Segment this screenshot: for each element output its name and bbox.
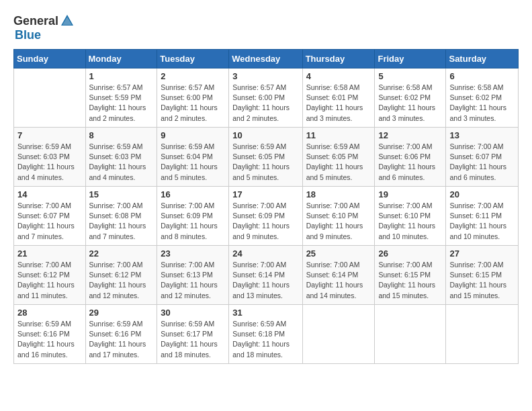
week-row-1: 1Sunrise: 6:57 AMSunset: 5:59 PMDaylight… <box>14 68 519 128</box>
day-number: 8 <box>89 130 154 140</box>
day-cell: 13Sunrise: 7:00 AMSunset: 6:07 PMDayligh… <box>446 128 519 187</box>
day-info: Sunrise: 6:59 AMSunset: 6:16 PMDaylight:… <box>17 319 82 360</box>
day-info: Sunrise: 7:00 AMSunset: 6:07 PMDaylight:… <box>449 142 515 183</box>
day-cell: 20Sunrise: 7:00 AMSunset: 6:11 PMDayligh… <box>446 187 519 246</box>
day-info: Sunrise: 7:00 AMSunset: 6:11 PMDaylight:… <box>449 201 515 242</box>
day-info: Sunrise: 7:00 AMSunset: 6:08 PMDaylight:… <box>89 201 154 242</box>
day-info: Sunrise: 6:57 AMSunset: 6:00 PMDaylight:… <box>161 83 225 124</box>
day-info: Sunrise: 7:00 AMSunset: 6:09 PMDaylight:… <box>161 201 225 242</box>
day-info: Sunrise: 7:00 AMSunset: 6:13 PMDaylight:… <box>161 260 225 301</box>
day-cell <box>446 305 519 364</box>
day-number: 4 <box>306 71 371 81</box>
day-number: 16 <box>161 189 225 199</box>
day-info: Sunrise: 7:00 AMSunset: 6:12 PMDaylight:… <box>17 260 82 301</box>
day-cell: 7Sunrise: 6:59 AMSunset: 6:03 PMDaylight… <box>14 128 86 187</box>
day-cell: 18Sunrise: 7:00 AMSunset: 6:10 PMDayligh… <box>302 187 375 246</box>
day-cell: 14Sunrise: 7:00 AMSunset: 6:07 PMDayligh… <box>14 187 86 246</box>
day-number: 23 <box>161 248 225 259</box>
day-number: 25 <box>306 248 371 259</box>
header-row: SundayMondayTuesdayWednesdayThursdayFrid… <box>14 50 519 68</box>
logo-general: General <box>13 14 58 28</box>
day-cell: 17Sunrise: 7:00 AMSunset: 6:09 PMDayligh… <box>229 187 302 246</box>
day-info: Sunrise: 7:00 AMSunset: 6:14 PMDaylight:… <box>232 260 298 301</box>
weekday-header-tuesday: Tuesday <box>157 50 229 68</box>
day-cell: 15Sunrise: 7:00 AMSunset: 6:08 PMDayligh… <box>85 187 157 246</box>
day-cell: 25Sunrise: 7:00 AMSunset: 6:14 PMDayligh… <box>302 246 375 305</box>
day-cell: 30Sunrise: 6:59 AMSunset: 6:17 PMDayligh… <box>157 305 229 364</box>
day-cell <box>14 68 86 128</box>
day-number: 19 <box>378 189 442 199</box>
weekday-header-sunday: Sunday <box>14 50 86 68</box>
day-number: 1 <box>89 71 154 81</box>
day-info: Sunrise: 6:58 AMSunset: 6:01 PMDaylight:… <box>306 83 371 124</box>
day-info: Sunrise: 7:00 AMSunset: 6:15 PMDaylight:… <box>378 260 442 301</box>
logo-text: General Blue <box>13 13 75 42</box>
day-info: Sunrise: 7:00 AMSunset: 6:10 PMDaylight:… <box>378 201 442 242</box>
day-info: Sunrise: 7:00 AMSunset: 6:12 PMDaylight:… <box>89 260 154 301</box>
weekday-header-wednesday: Wednesday <box>229 50 302 68</box>
day-number: 5 <box>378 71 442 81</box>
day-info: Sunrise: 6:59 AMSunset: 6:03 PMDaylight:… <box>89 142 154 183</box>
day-cell: 3Sunrise: 6:57 AMSunset: 6:00 PMDaylight… <box>229 68 302 128</box>
calendar-body: 1Sunrise: 6:57 AMSunset: 5:59 PMDaylight… <box>14 68 519 364</box>
day-cell: 29Sunrise: 6:59 AMSunset: 6:16 PMDayligh… <box>85 305 157 364</box>
day-info: Sunrise: 6:59 AMSunset: 6:17 PMDaylight:… <box>161 319 225 360</box>
week-row-4: 21Sunrise: 7:00 AMSunset: 6:12 PMDayligh… <box>14 246 519 305</box>
day-info: Sunrise: 6:57 AMSunset: 5:59 PMDaylight:… <box>89 83 154 124</box>
week-row-3: 14Sunrise: 7:00 AMSunset: 6:07 PMDayligh… <box>14 187 519 246</box>
day-number: 28 <box>17 308 82 318</box>
day-number: 29 <box>89 308 154 318</box>
logo-blue: Blue <box>15 28 41 42</box>
week-row-5: 28Sunrise: 6:59 AMSunset: 6:16 PMDayligh… <box>14 305 519 364</box>
day-cell: 11Sunrise: 6:59 AMSunset: 6:05 PMDayligh… <box>302 128 375 187</box>
day-cell: 21Sunrise: 7:00 AMSunset: 6:12 PMDayligh… <box>14 246 86 305</box>
day-number: 18 <box>306 189 371 199</box>
day-cell: 24Sunrise: 7:00 AMSunset: 6:14 PMDayligh… <box>229 246 302 305</box>
day-number: 26 <box>378 248 442 259</box>
day-cell <box>302 305 375 364</box>
day-number: 2 <box>161 71 225 81</box>
day-info: Sunrise: 6:59 AMSunset: 6:04 PMDaylight:… <box>161 142 225 183</box>
day-cell: 22Sunrise: 7:00 AMSunset: 6:12 PMDayligh… <box>85 246 157 305</box>
day-number: 24 <box>232 248 298 259</box>
day-cell: 27Sunrise: 7:00 AMSunset: 6:15 PMDayligh… <box>446 246 519 305</box>
day-number: 30 <box>161 308 225 318</box>
day-info: Sunrise: 6:59 AMSunset: 6:05 PMDaylight:… <box>232 142 298 183</box>
day-cell: 23Sunrise: 7:00 AMSunset: 6:13 PMDayligh… <box>157 246 229 305</box>
day-cell: 28Sunrise: 6:59 AMSunset: 6:16 PMDayligh… <box>14 305 86 364</box>
day-info: Sunrise: 7:00 AMSunset: 6:07 PMDaylight:… <box>17 201 82 242</box>
day-cell: 6Sunrise: 6:58 AMSunset: 6:02 PMDaylight… <box>446 68 519 128</box>
logo: General Blue <box>13 13 75 42</box>
week-row-2: 7Sunrise: 6:59 AMSunset: 6:03 PMDaylight… <box>14 128 519 187</box>
weekday-header-thursday: Thursday <box>302 50 375 68</box>
weekday-header-friday: Friday <box>375 50 446 68</box>
day-info: Sunrise: 7:00 AMSunset: 6:14 PMDaylight:… <box>306 260 371 301</box>
day-cell: 2Sunrise: 6:57 AMSunset: 6:00 PMDaylight… <box>157 68 229 128</box>
day-cell: 31Sunrise: 6:59 AMSunset: 6:18 PMDayligh… <box>229 305 302 364</box>
day-cell: 9Sunrise: 6:59 AMSunset: 6:04 PMDaylight… <box>157 128 229 187</box>
day-number: 20 <box>449 189 515 199</box>
day-info: Sunrise: 7:00 AMSunset: 6:06 PMDaylight:… <box>378 142 442 183</box>
day-number: 3 <box>232 71 298 81</box>
day-info: Sunrise: 6:58 AMSunset: 6:02 PMDaylight:… <box>449 83 515 124</box>
day-number: 22 <box>89 248 154 259</box>
day-info: Sunrise: 7:00 AMSunset: 6:09 PMDaylight:… <box>232 201 298 242</box>
calendar-table: SundayMondayTuesdayWednesdayThursdayFrid… <box>13 49 519 364</box>
day-cell: 1Sunrise: 6:57 AMSunset: 5:59 PMDaylight… <box>85 68 157 128</box>
day-info: Sunrise: 7:00 AMSunset: 6:15 PMDaylight:… <box>449 260 515 301</box>
day-cell: 5Sunrise: 6:58 AMSunset: 6:02 PMDaylight… <box>375 68 446 128</box>
logo-icon <box>60 13 75 28</box>
day-number: 9 <box>161 130 225 140</box>
day-number: 6 <box>449 71 515 81</box>
day-cell <box>375 305 446 364</box>
day-info: Sunrise: 7:00 AMSunset: 6:10 PMDaylight:… <box>306 201 371 242</box>
day-number: 12 <box>378 130 442 140</box>
day-info: Sunrise: 6:59 AMSunset: 6:03 PMDaylight:… <box>17 142 82 183</box>
day-cell: 10Sunrise: 6:59 AMSunset: 6:05 PMDayligh… <box>229 128 302 187</box>
day-number: 17 <box>232 189 298 199</box>
day-info: Sunrise: 6:59 AMSunset: 6:16 PMDaylight:… <box>89 319 154 360</box>
calendar-header: SundayMondayTuesdayWednesdayThursdayFrid… <box>14 50 519 68</box>
day-info: Sunrise: 6:59 AMSunset: 6:05 PMDaylight:… <box>306 142 371 183</box>
day-number: 10 <box>232 130 298 140</box>
day-cell: 12Sunrise: 7:00 AMSunset: 6:06 PMDayligh… <box>375 128 446 187</box>
